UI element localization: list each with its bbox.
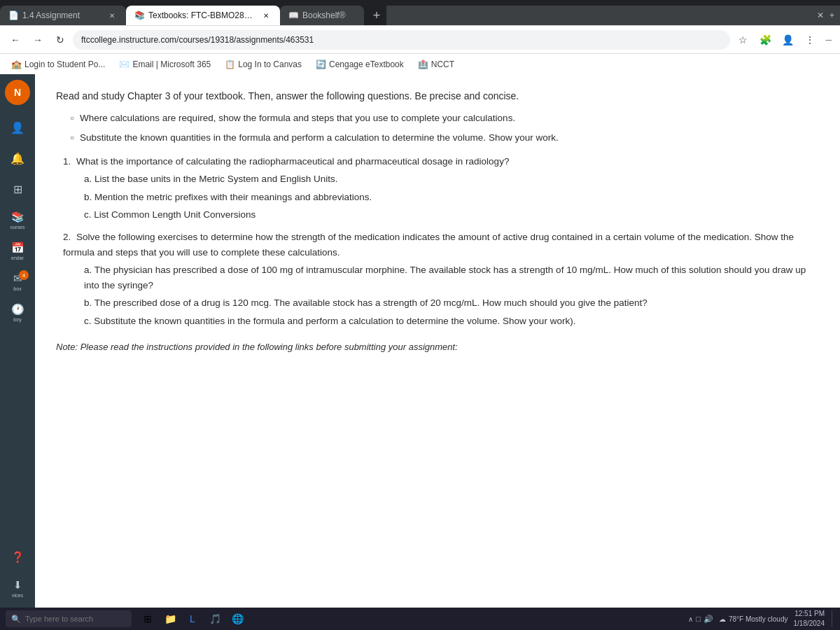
bookmark-email[interactable]: ✉️ Email | Microsoft 365: [113, 58, 216, 71]
taskbar-browser-app[interactable]: L: [182, 610, 203, 628]
q2b-letter: b.: [84, 298, 94, 308]
taskbar-file-manager[interactable]: 📁: [160, 610, 181, 628]
extensions-button[interactable]: 🧩: [755, 30, 775, 50]
question-1: 1. What is the importance of calculating…: [63, 154, 819, 223]
dashboard-icon: ⊞: [13, 183, 22, 196]
tab-3[interactable]: 📖 Bookshelf®: [280, 6, 364, 25]
bookmark-login-favicon: 🏫: [11, 59, 22, 69]
tab-2[interactable]: 📚 Textbooks: FTC-BBMO2805-1PE ✕: [126, 6, 280, 25]
notifications-icon: 🔔: [10, 152, 24, 165]
q1a-letter: a.: [84, 174, 94, 184]
question-2: 2. Solve the following exercises to dete…: [63, 230, 819, 329]
taskbar-search[interactable]: 🔍: [6, 610, 132, 627]
question-1-parts: a. List the base units in the Metric Sys…: [84, 172, 819, 223]
taskbar-search-input[interactable]: [25, 615, 116, 623]
question-2b: b. The prescribed dose of a drug is 120 …: [84, 295, 819, 311]
question-1a: a. List the base units in the Metric Sys…: [84, 172, 819, 187]
tab-2-close[interactable]: ✕: [260, 10, 272, 21]
bookmark-ncct-favicon: 🏥: [418, 59, 428, 69]
bookmark-login[interactable]: 🏫 Login to Student Po...: [6, 58, 111, 71]
sidebar-item-account[interactable]: 👤: [4, 113, 31, 141]
bookmark-canvas-favicon: 📋: [225, 59, 235, 69]
question-1b: b. Mention the metric prefixes with thei…: [84, 190, 819, 205]
q2a-letter: a.: [84, 265, 94, 275]
q2c-text: Substitute the known quantities in the f…: [94, 316, 575, 326]
question-2-text: Solve the following exercises to determi…: [63, 232, 794, 258]
question-1c: c. List Common Length Unit Conversions: [84, 207, 819, 223]
taskbar-chrome-app[interactable]: 🌐: [227, 610, 248, 628]
content-area: N 👤 🔔 ⊞ 📚 ourses 📅 endar ✉ box 4 🕐 tory: [0, 74, 840, 608]
bookmark-star-button[interactable]: ☆: [733, 30, 752, 50]
sidebar-item-services[interactable]: ⬇ vices: [4, 574, 31, 602]
reload-button[interactable]: ↻: [50, 30, 70, 50]
search-icon: 🔍: [11, 615, 21, 624]
weather-text: 78°F Mostly cloudy: [729, 615, 788, 623]
new-tab-button[interactable]: +: [367, 6, 386, 25]
bookmark-canvas[interactable]: 📋 Log In to Canvas: [219, 58, 307, 71]
sidebar-item-calendar[interactable]: 📅 endar: [4, 237, 31, 265]
taskbar-start-button[interactable]: ⊞: [137, 610, 158, 628]
taskbar-time-display: 12:51 PM: [794, 609, 825, 619]
bullet-item-1: Where calculations are required, show th…: [70, 111, 819, 126]
assignment-note: Note: Please read the instructions provi…: [56, 340, 819, 355]
account-icon: 👤: [10, 121, 24, 134]
tab-2-title: Textbooks: FTC-BBMO2805-1PE: [148, 10, 256, 20]
tab-1-close[interactable]: ✕: [106, 10, 118, 21]
sidebar: N 👤 🔔 ⊞ 📚 ourses 📅 endar ✉ box 4 🕐 tory: [0, 74, 35, 608]
taskbar-date-display: 1/18/2024: [794, 619, 825, 629]
taskbar-pinned-apps: ⊞ 📁 L 🎵 🌐: [137, 610, 248, 628]
tab-2-favicon: 📚: [134, 10, 144, 20]
assignment-content: Read and study Chapter 3 of your textboo…: [56, 88, 819, 354]
questions-list: 1. What is the importance of calculating…: [63, 154, 819, 329]
history-icon: 🕐: [11, 303, 24, 316]
sidebar-item-notifications[interactable]: 🔔: [4, 144, 31, 172]
taskbar-clock[interactable]: 12:51 PM 1/18/2024: [794, 609, 825, 629]
tab-1-favicon: 📄: [8, 10, 18, 20]
calendar-label: endar: [11, 255, 24, 260]
calendar-icon: 📅: [11, 241, 24, 254]
bookmark-cengage[interactable]: 🔄 Cengage eTextbook: [310, 58, 410, 71]
bookmark-ncct[interactable]: 🏥 NCCT: [412, 58, 460, 71]
bookmark-ncct-label: NCCT: [431, 59, 454, 69]
sidebar-logo[interactable]: N: [5, 80, 30, 105]
help-icon: ❓: [11, 551, 24, 564]
toolbar-actions: ☆ 🧩 👤 ⋮ ─: [733, 30, 834, 50]
taskbar-network-icon: □: [696, 615, 701, 623]
question-2-parts: a. The physician has prescribed a dose o…: [84, 262, 819, 328]
taskbar-sound-icon[interactable]: 🔊: [704, 615, 713, 624]
bookmark-cengage-label: Cengage eTextbook: [329, 59, 404, 69]
taskbar-music-app[interactable]: 🎵: [204, 610, 225, 628]
bookmarks-bar: 🏫 Login to Student Po... ✉️ Email | Micr…: [0, 53, 840, 74]
tab-bar-x-icon: ✕: [817, 10, 824, 20]
assignment-intro: Read and study Chapter 3 of your textboo…: [56, 88, 819, 104]
q2a-text: The physician has prescribed a dose of 1…: [84, 265, 806, 290]
sidebar-item-inbox[interactable]: ✉ box 4: [4, 267, 31, 295]
sidebar-item-dashboard[interactable]: ⊞: [4, 175, 31, 203]
services-label: vices: [12, 593, 23, 598]
q1c-letter: c.: [84, 209, 94, 220]
courses-icon: 📚: [11, 211, 24, 223]
taskbar-show-desktop[interactable]: [832, 610, 834, 627]
profile-button[interactable]: 👤: [778, 30, 797, 50]
q2b-text: The prescribed dose of a drug is 120 mcg…: [94, 298, 648, 308]
window-minimize[interactable]: ─: [822, 34, 834, 46]
more-menu-button[interactable]: ⋮: [800, 30, 820, 50]
sidebar-item-help[interactable]: ❓: [4, 543, 31, 571]
q1b-text: Mention the metric prefixes with their m…: [94, 192, 372, 202]
back-button[interactable]: ←: [6, 30, 25, 50]
bullet-list: Where calculations are required, show th…: [70, 111, 819, 145]
address-bar[interactable]: [73, 30, 730, 50]
forward-button[interactable]: →: [28, 30, 48, 50]
weather-icon: ☁: [719, 615, 726, 623]
sidebar-item-history[interactable]: 🕐 tory: [4, 298, 31, 326]
question-2a: a. The physician has prescribed a dose o…: [84, 262, 819, 293]
taskbar-up-arrow[interactable]: ∧: [688, 615, 693, 623]
q1b-letter: b.: [84, 192, 94, 202]
question-2-num: 2.: [63, 232, 71, 242]
tab-1[interactable]: 📄 1.4 Assignment ✕: [0, 6, 126, 25]
sidebar-item-courses[interactable]: 📚 ourses: [4, 206, 31, 234]
bookmark-email-favicon: ✉️: [119, 59, 130, 69]
taskbar-tray: ∧ □ 🔊 ☁ 78°F Mostly cloudy 12:51 PM 1/18…: [688, 609, 834, 629]
q1a-text: List the base units in the Metric System…: [94, 174, 337, 184]
sidebar-logo-letter: N: [14, 87, 21, 98]
